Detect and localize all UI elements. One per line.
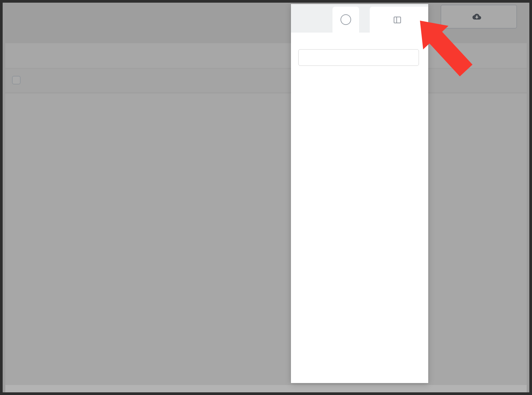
columns-popover (291, 4, 428, 383)
cloud-download-icon (472, 12, 481, 21)
screenshot-stage (0, 0, 532, 395)
columns-icon (394, 17, 401, 23)
tab-help[interactable] (332, 7, 359, 33)
help-icon (340, 14, 351, 25)
totals-bar (5, 43, 527, 68)
page-below-table (5, 385, 527, 392)
select-all-checkbox[interactable] (12, 76, 21, 84)
tab-columns[interactable] (370, 7, 428, 33)
dimmed-page (3, 3, 529, 392)
popover-body (291, 33, 428, 383)
popover-tabstrip (291, 4, 428, 33)
keywords-card (5, 43, 527, 385)
table-header (5, 68, 527, 93)
mode-toggle (298, 49, 419, 66)
export-all-button[interactable] (441, 5, 517, 29)
